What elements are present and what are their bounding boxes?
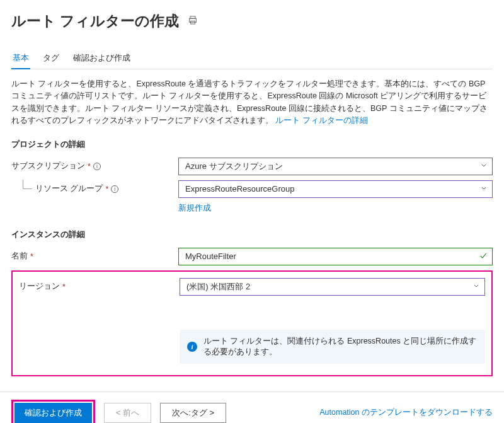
info-banner: i ルート フィルターは、関連付けられる ExpressRoutes と同じ場所… [180, 330, 485, 364]
subscription-select[interactable]: Azure サブスクリプション [178, 158, 493, 175]
prev-button[interactable]: < 前へ [104, 403, 151, 423]
resource-group-select[interactable]: ExpressRouteResourceGroup [178, 180, 493, 198]
chevron-down-icon [480, 184, 488, 194]
tab-basic[interactable]: 基本 [11, 49, 30, 69]
instance-section-title: インスタンスの詳細 [11, 229, 493, 240]
download-template-link[interactable]: Automation のテンプレートをダウンロードする [319, 407, 493, 418]
check-icon [479, 251, 488, 262]
resource-group-label: リソース グループ * i [11, 183, 178, 194]
next-button[interactable]: 次へ:タグ > [160, 403, 226, 423]
name-input[interactable]: MyRouteFilter [178, 248, 493, 265]
description-text: ルート フィルターを使用すると、ExpressRoute を通過するトラフィック… [11, 78, 493, 127]
learn-more-link[interactable]: ルート フィルターの詳細 [275, 116, 367, 125]
tab-bar: 基本 タグ 確認および作成 [11, 49, 493, 69]
tab-tags[interactable]: タグ [42, 49, 60, 69]
region-label: リージョン * [19, 281, 180, 292]
page-title: ルート フィルターの作成 [11, 11, 179, 31]
chevron-down-icon [472, 282, 480, 291]
region-select[interactable]: (米国) 米国西部 2 [180, 278, 485, 296]
name-label: 名前 * [11, 251, 178, 262]
project-section-title: プロジェクトの詳細 [11, 139, 493, 150]
description-body: ルート フィルターを使用すると、ExpressRoute を通過するトラフィック… [11, 79, 488, 125]
info-icon[interactable]: i [111, 185, 118, 193]
tab-review[interactable]: 確認および作成 [72, 49, 132, 69]
svg-rect-0 [190, 16, 195, 18]
divider [0, 391, 504, 392]
chevron-down-icon [480, 161, 488, 171]
review-button-highlight: 確認および作成 [11, 400, 95, 424]
info-banner-text: ルート フィルターは、関連付けられる ExpressRoutes と同じ場所に作… [203, 336, 478, 357]
subscription-label: サブスクリプション * i [11, 161, 178, 171]
review-create-button[interactable]: 確認および作成 [14, 403, 92, 423]
info-icon: i [187, 342, 197, 352]
info-icon[interactable]: i [93, 163, 101, 170]
print-icon[interactable] [188, 15, 198, 27]
region-highlight-box: リージョン * (米国) 米国西部 2 i ルート フィルターは、関連付けられる… [11, 270, 493, 376]
create-new-link[interactable]: 新規作成 [178, 204, 211, 212]
